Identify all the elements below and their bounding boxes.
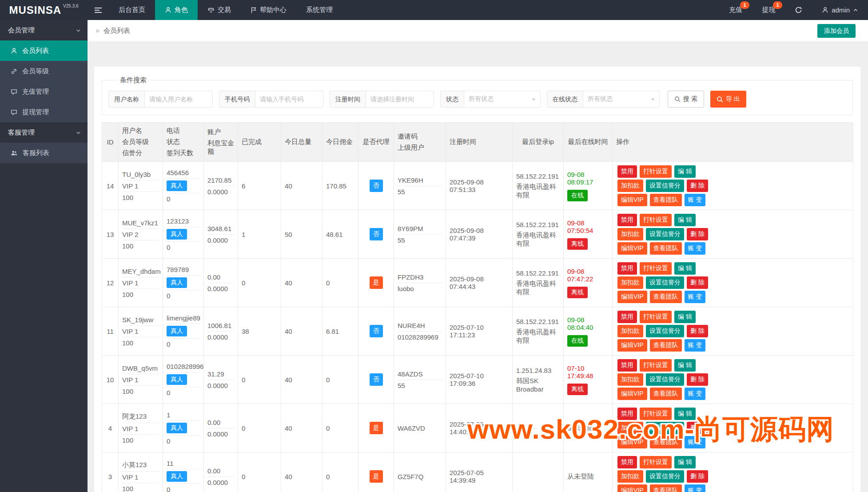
cell-user: MUE_v7kz1VIP 2100 (119, 210, 163, 259)
disable-button[interactable]: 禁用 (617, 456, 637, 468)
cell-completed: 1 (238, 210, 281, 259)
online-status-select[interactable]: 所有状态 (583, 91, 659, 107)
view-team-button[interactable]: 查看团队 (650, 291, 682, 303)
online-status-field-group: 在线状态 所有状态 (547, 91, 660, 108)
cell-invite: 8Y69PM55 (394, 210, 446, 259)
view-team-button[interactable]: 查看团队 (650, 388, 682, 400)
view-team-button[interactable]: 查看团队 (650, 194, 682, 206)
username-input[interactable] (145, 91, 212, 107)
set-credit-button[interactable]: 设置信誉分 (646, 228, 684, 240)
disable-button[interactable]: 禁用 (617, 311, 637, 323)
delete-button[interactable]: 删 除 (687, 373, 708, 386)
injection-settings-button[interactable]: 打针设置 (640, 214, 672, 226)
delete-button[interactable]: 删 除 (687, 228, 708, 240)
sidebar-item-member-list[interactable]: 会员列表 (0, 40, 88, 61)
view-team-button[interactable]: 查看团队 (650, 484, 682, 492)
edit-vip-button[interactable]: 编辑VIP (617, 242, 647, 255)
view-team-button[interactable]: 查看团队 (650, 339, 682, 352)
delete-button[interactable]: 删 除 (687, 325, 708, 337)
edit-button[interactable]: 编 辑 (674, 165, 696, 178)
delete-button[interactable]: 删 除 (687, 276, 708, 289)
menu-item-label: 帮助中心 (260, 6, 287, 14)
account-change-button[interactable]: 账 变 (685, 484, 706, 492)
menu-item-system[interactable]: 系统管理 (296, 0, 342, 20)
cell-today-commission: 6.81 (323, 307, 358, 356)
set-credit-button[interactable]: 设置信誉分 (646, 325, 684, 337)
real-user-badge: 真人 (167, 277, 187, 288)
add-deduct-button[interactable]: 加扣款 (617, 325, 643, 337)
cell-today-total: 40 (281, 307, 323, 356)
edit-button[interactable]: 编 辑 (674, 262, 696, 275)
edit-button[interactable]: 编 辑 (674, 359, 696, 372)
edit-vip-button[interactable]: 编辑VIP (617, 339, 647, 352)
account-change-button[interactable]: 账 变 (685, 388, 706, 400)
status-select[interactable]: 所有状态 (464, 91, 540, 107)
add-member-button[interactable]: 添加会员 (817, 24, 856, 38)
action-buttons: 禁用打针设置编 辑加扣款设置信誉分删 除编辑VIP查看团队账 变 (616, 261, 721, 304)
app-logo-text: MUSINSA (9, 4, 61, 16)
add-deduct-button[interactable]: 加扣款 (617, 276, 643, 289)
disable-button[interactable]: 禁用 (617, 262, 637, 275)
edit-vip-button[interactable]: 编辑VIP (617, 388, 647, 400)
cell-account: 0.000.0000 (204, 452, 238, 492)
disable-button[interactable]: 禁用 (617, 165, 637, 178)
sidebar-group-member-management[interactable]: 会员管理 (0, 20, 88, 40)
edit-vip-button[interactable]: 编辑VIP (617, 484, 647, 492)
caret-down-icon (531, 97, 536, 102)
user-menu[interactable]: admin (812, 0, 868, 20)
injection-settings-button[interactable]: 打针设置 (640, 165, 672, 178)
caret-down-icon (650, 97, 655, 102)
sidebar-item-service-list[interactable]: 客服列表 (0, 143, 88, 163)
edit-button[interactable]: 编 辑 (674, 456, 696, 468)
search-button[interactable]: 搜 索 (668, 91, 704, 108)
set-credit-button[interactable]: 设置信誉分 (646, 276, 684, 289)
edit-button[interactable]: 编 辑 (674, 214, 696, 226)
real-user-badge: 真人 (167, 374, 187, 385)
delete-button[interactable]: 删 除 (687, 470, 708, 483)
cell-account: 1006.810.0000 (204, 307, 238, 356)
injection-settings-button[interactable]: 打针设置 (640, 456, 672, 468)
account-change-button[interactable]: 账 变 (685, 242, 706, 255)
sidebar-item-withdraw-management[interactable]: 提现管理 (0, 102, 88, 122)
sidebar-item-member-level[interactable]: 会员等级 (0, 61, 88, 81)
cell-reg-time: 2025-09-08 07:44:43 (446, 259, 513, 307)
menu-item-help[interactable]: 帮助中心 (241, 0, 296, 20)
cell-user: TU_0ly3bVIP 1100 (119, 162, 163, 210)
injection-settings-button[interactable]: 打针设置 (640, 359, 672, 372)
regtime-input[interactable] (366, 91, 434, 107)
menu-item-trade[interactable]: 交易 (198, 0, 241, 20)
account-change-button[interactable]: 账 变 (685, 291, 706, 303)
set-credit-button[interactable]: 设置信誉分 (646, 373, 684, 386)
sidebar-group-service-management[interactable]: 客服管理 (0, 122, 88, 143)
cell-last-online: 09-08 08:09:17在线 (564, 162, 613, 210)
set-credit-button[interactable]: 设置信誉分 (646, 180, 684, 192)
view-team-button[interactable]: 查看团队 (650, 242, 682, 255)
menu-item-home[interactable]: 后台首页 (109, 0, 155, 20)
menu-item-role[interactable]: 角色 (155, 0, 198, 20)
set-credit-button[interactable]: 设置信誉分 (646, 470, 684, 483)
cell-completed: 0 (238, 452, 281, 492)
edit-vip-button[interactable]: 编辑VIP (617, 194, 647, 206)
edit-vip-button[interactable]: 编辑VIP (617, 291, 647, 303)
injection-settings-button[interactable]: 打针设置 (640, 262, 672, 275)
delete-button[interactable]: 删 除 (687, 180, 708, 192)
withdraw-nav-button[interactable]: 提现 1 (752, 0, 785, 20)
disable-button[interactable]: 禁用 (617, 214, 637, 226)
recharge-nav-button[interactable]: 充值 1 (719, 0, 752, 20)
account-change-button[interactable]: 账 变 (685, 194, 706, 206)
account-change-button[interactable]: 账 变 (685, 339, 706, 352)
cell-today-total: 40 (281, 356, 323, 404)
injection-settings-button[interactable]: 打针设置 (640, 311, 672, 323)
add-deduct-button[interactable]: 加扣款 (617, 470, 643, 483)
cell-agent: 否 (358, 210, 394, 259)
add-deduct-button[interactable]: 加扣款 (617, 373, 643, 386)
refresh-button[interactable] (785, 0, 812, 20)
phone-input[interactable] (255, 91, 323, 107)
sidebar-item-recharge-management[interactable]: 充值管理 (0, 81, 88, 102)
disable-button[interactable]: 禁用 (617, 359, 637, 372)
sidebar-toggle-icon[interactable] (88, 0, 109, 20)
edit-button[interactable]: 编 辑 (674, 311, 696, 323)
add-deduct-button[interactable]: 加扣款 (617, 180, 643, 192)
export-button[interactable]: 导 出 (710, 91, 746, 108)
add-deduct-button[interactable]: 加扣款 (617, 228, 643, 240)
